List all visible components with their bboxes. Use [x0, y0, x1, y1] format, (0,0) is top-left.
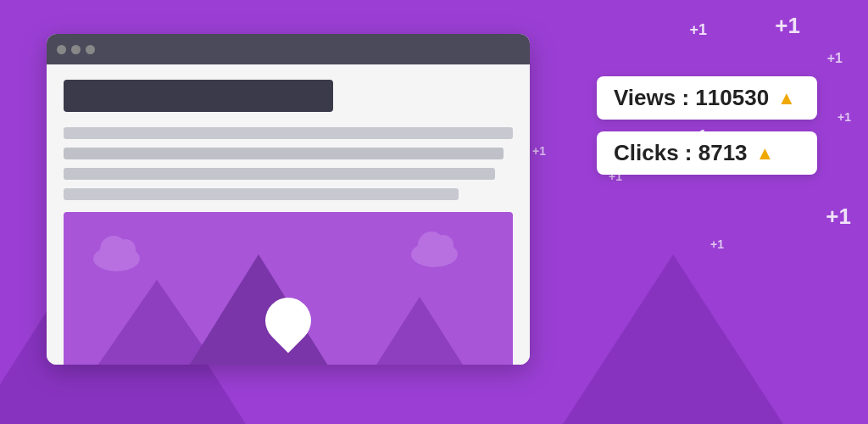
plus-one-1: +1 — [689, 21, 707, 39]
content-line-1 — [64, 127, 513, 139]
browser-dot-1 — [57, 45, 66, 54]
img-cloud-left — [93, 246, 140, 271]
plus-one-3: +1 — [827, 51, 843, 66]
img-cloud-right — [411, 242, 458, 267]
plus-one-9: +1 — [710, 237, 724, 251]
content-header-bar — [64, 80, 333, 112]
browser-dot-2 — [71, 45, 81, 54]
bg-mountain-right — [563, 254, 783, 424]
content-line-2 — [64, 148, 504, 159]
views-arrow-icon: ▲ — [777, 87, 796, 109]
content-line-3 — [64, 168, 495, 180]
img-mountain-center — [174, 254, 343, 365]
browser-dot-3 — [86, 45, 95, 54]
content-line-4 — [64, 188, 459, 200]
plus-one-6: +1 — [532, 144, 546, 158]
browser-titlebar — [47, 34, 530, 64]
content-image — [64, 212, 513, 365]
clicks-arrow-icon: ▲ — [756, 142, 775, 165]
views-label: Views : 110530 — [614, 85, 769, 111]
views-stat-box: Views : 110530 ▲ — [597, 76, 817, 120]
clicks-stat-box: Clicks : 8713 ▲ — [597, 131, 817, 175]
browser-content — [47, 64, 530, 365]
browser-window — [47, 34, 530, 365]
clicks-label: Clicks : 8713 — [614, 140, 748, 166]
plus-one-2: +1 — [775, 13, 800, 39]
background: +1 +1 +1 +1 +1 +1 +1 +1 +1 — [0, 0, 868, 424]
stat-boxes: Views : 110530 ▲ Clicks : 8713 ▲ — [597, 76, 817, 175]
img-mountain-right — [360, 297, 479, 365]
plus-one-4: +1 — [837, 110, 851, 124]
plus-one-8: +1 — [826, 204, 851, 230]
